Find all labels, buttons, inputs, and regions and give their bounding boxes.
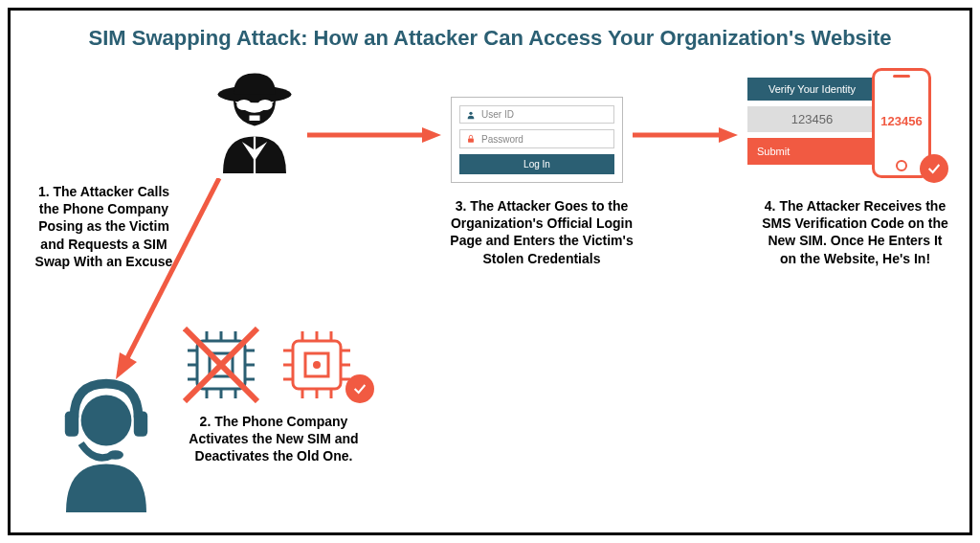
svg-rect-7: [134, 411, 147, 436]
new-sim-chip-icon: [283, 331, 350, 398]
password-placeholder: Password: [481, 134, 523, 145]
svg-rect-4: [250, 116, 260, 122]
svg-point-1: [236, 100, 251, 110]
svg-point-9: [107, 450, 123, 460]
svg-point-8: [81, 396, 132, 446]
check-badge-icon: [345, 374, 374, 403]
svg-point-28: [313, 361, 321, 369]
login-button[interactable]: Log In: [459, 154, 614, 174]
svg-marker-44: [422, 127, 441, 143]
check-badge-icon: [920, 154, 948, 183]
svg-rect-42: [468, 139, 474, 143]
userid-placeholder: User ID: [481, 109, 514, 120]
login-form: User ID Password Log In: [451, 97, 623, 183]
arrow-icon: [633, 125, 738, 145]
verify-panel: Verify Your Identity 123456 Submit: [747, 78, 877, 165]
step-4-text: 4. The Attacker Receives the SMS Verific…: [762, 197, 948, 267]
svg-point-41: [469, 111, 472, 114]
arrow-icon: [307, 125, 441, 145]
lock-icon: [466, 134, 476, 144]
arrow-icon: [116, 178, 231, 379]
diagram-title: SIM Swapping Attack: How an Attacker Can…: [11, 26, 969, 51]
verify-code-input[interactable]: 123456: [747, 106, 877, 132]
svg-rect-6: [65, 411, 78, 436]
support-agent-icon: [49, 374, 164, 509]
verify-submit-button[interactable]: Submit: [747, 138, 877, 165]
verify-header: Verify Your Identity: [747, 78, 877, 101]
diagram-frame: SIM Swapping Attack: How an Attacker Can…: [8, 8, 972, 535]
svg-marker-46: [719, 127, 738, 143]
attacker-icon: [202, 68, 307, 173]
password-input[interactable]: Password: [459, 129, 614, 147]
svg-marker-48: [116, 352, 137, 379]
svg-point-2: [257, 100, 272, 110]
userid-input[interactable]: User ID: [459, 105, 614, 124]
step-3-text: 3. The Attacker Goes to the Organization…: [446, 197, 637, 267]
phone-sms-code: 123456: [875, 114, 928, 128]
svg-line-47: [127, 178, 219, 358]
user-icon: [466, 110, 476, 120]
step-2-text: 2. The Phone Company Activates the New S…: [188, 413, 360, 465]
